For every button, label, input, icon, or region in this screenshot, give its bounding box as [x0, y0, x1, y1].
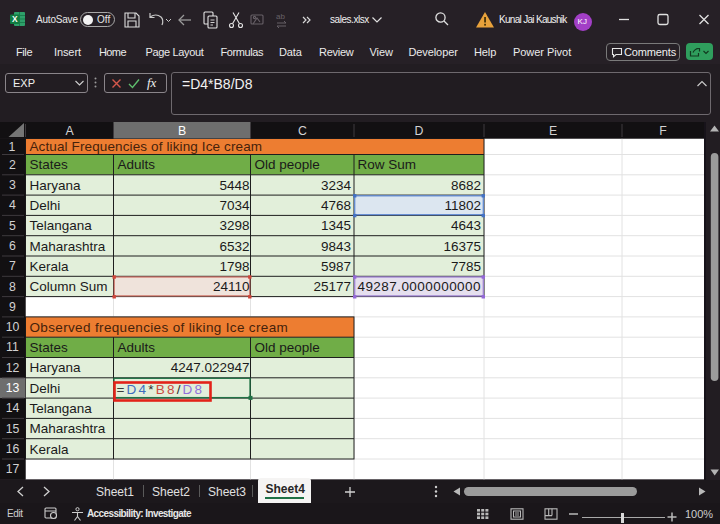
svg-text:16: 16: [6, 442, 20, 456]
svg-text:States: States: [30, 340, 69, 355]
svg-text:7785: 7785: [451, 259, 481, 274]
svg-text:Haryana: Haryana: [30, 360, 82, 375]
svg-text:3: 3: [9, 178, 16, 192]
svg-text:E: E: [549, 124, 557, 138]
svg-text:15: 15: [6, 422, 20, 436]
svg-text:Haryana: Haryana: [30, 178, 82, 193]
svg-text:Telangana: Telangana: [30, 218, 93, 233]
svg-text:14: 14: [6, 401, 20, 415]
svg-text:8: 8: [9, 280, 16, 294]
svg-text:States: States: [30, 157, 69, 172]
svg-text:5448: 5448: [219, 178, 249, 193]
svg-text:8682: 8682: [451, 178, 481, 193]
svg-text:Kerala: Kerala: [30, 442, 70, 457]
svg-text:1345: 1345: [321, 218, 351, 233]
svg-text:Adults: Adults: [118, 340, 156, 355]
svg-text:11: 11: [6, 340, 19, 354]
svg-text:12: 12: [6, 361, 20, 375]
svg-text:Actual Frequencies of liking I: Actual Frequencies of liking Ice cream: [30, 139, 263, 154]
svg-text:5: 5: [9, 219, 16, 233]
svg-text:Old people: Old people: [255, 340, 320, 355]
svg-text:4643: 4643: [451, 218, 481, 233]
svg-text:Delhi: Delhi: [30, 381, 61, 396]
svg-text:6: 6: [9, 239, 16, 253]
svg-text:49287.0000000000: 49287.0000000000: [357, 279, 481, 294]
svg-text:Observed frequencies of liking: Observed frequencies of liking Ice cream: [30, 320, 289, 335]
svg-text:11802: 11802: [444, 198, 481, 213]
svg-text:7034: 7034: [219, 198, 250, 213]
svg-text:Telangana: Telangana: [30, 401, 93, 416]
svg-text:X: X: [12, 14, 18, 24]
svg-text:4768: 4768: [321, 198, 351, 213]
svg-text:A: A: [65, 124, 74, 138]
svg-text:10: 10: [6, 320, 20, 334]
svg-text:Delhi: Delhi: [30, 198, 61, 213]
svg-text:6532: 6532: [219, 239, 249, 254]
svg-text:Column Sum: Column Sum: [30, 279, 108, 294]
svg-text:5987: 5987: [321, 259, 351, 274]
svg-text:3234: 3234: [321, 178, 352, 193]
svg-text:17: 17: [6, 462, 20, 476]
svg-text:Maharashtra: Maharashtra: [30, 421, 106, 436]
svg-text:Kerala: Kerala: [30, 259, 70, 274]
svg-text:16375: 16375: [443, 239, 481, 254]
svg-text:D: D: [415, 124, 424, 138]
svg-text:Old people: Old people: [255, 157, 320, 172]
svg-text:Maharashtra: Maharashtra: [30, 239, 106, 254]
svg-text:Adults: Adults: [118, 157, 156, 172]
svg-text:C: C: [298, 124, 307, 138]
svg-text:25177: 25177: [313, 279, 351, 294]
svg-text:B: B: [178, 124, 186, 138]
svg-text:Row Sum: Row Sum: [358, 157, 417, 172]
svg-text:4: 4: [9, 198, 16, 212]
svg-text:3298: 3298: [219, 218, 249, 233]
svg-text:24110: 24110: [213, 279, 250, 294]
svg-text:7: 7: [9, 259, 16, 273]
svg-text:9843: 9843: [321, 239, 351, 254]
svg-text:F: F: [659, 124, 667, 138]
svg-text:4247.022947: 4247.022947: [171, 360, 250, 375]
svg-text:1798: 1798: [219, 259, 249, 274]
svg-text:2: 2: [9, 158, 16, 172]
svg-text:9: 9: [9, 300, 16, 314]
svg-text:13: 13: [6, 381, 20, 395]
svg-text:ab: ab: [276, 12, 285, 21]
svg-text:1: 1: [9, 140, 16, 154]
